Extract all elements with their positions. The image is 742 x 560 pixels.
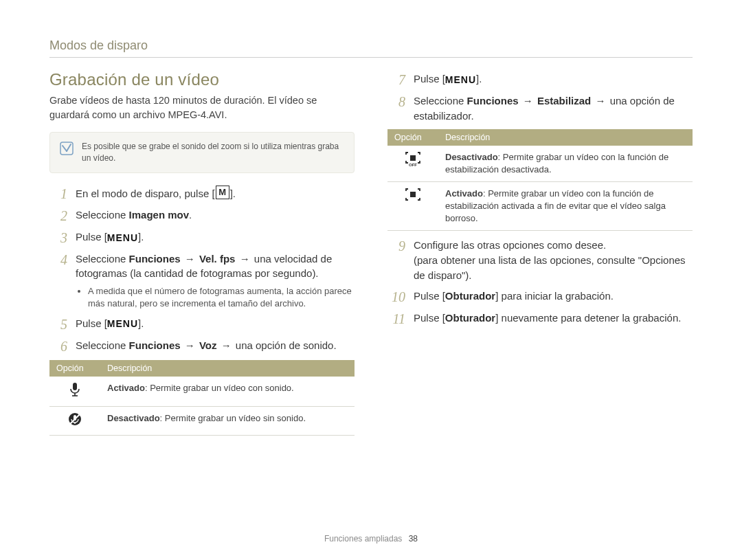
- stabilizer-on-icon: [405, 188, 421, 201]
- step-7: 7 Pulse [MENU].: [387, 71, 693, 88]
- step-text: Seleccione: [76, 253, 129, 265]
- step-number: 1: [49, 186, 67, 202]
- step-3: 3 Pulse [MENU].: [49, 229, 355, 246]
- note-text: Es posible que se grabe el sonido del zo…: [82, 141, 344, 164]
- step-number: 3: [49, 229, 67, 246]
- step-2: 2 Seleccione Imagen mov.: [49, 208, 355, 224]
- mode-m-icon: M: [216, 186, 229, 199]
- bold-text: Imagen mov: [129, 209, 190, 221]
- step-text: ].: [476, 73, 482, 85]
- steps-left: 1 En el modo de disparo, pulse [M]. 2 Se…: [49, 186, 355, 355]
- right-column: 7 Pulse [MENU]. 8 Seleccione Funciones →…: [387, 65, 693, 443]
- note-box: Es posible que se grabe el sonido del zo…: [49, 132, 355, 173]
- bold-text: Obturador: [445, 290, 495, 302]
- step-number: 8: [387, 93, 405, 110]
- table-row: OFF Desactivado: Permite grabar un vídeo…: [387, 146, 693, 182]
- step-number: 9: [387, 238, 405, 254]
- step-text: Configure las otras opciones como desee.: [414, 239, 606, 251]
- step-sub-bullets: A medida que el número de fotogramas aum…: [88, 285, 355, 310]
- svg-rect-3: [73, 383, 77, 390]
- step-1: 1 En el modo de disparo, pulse [M].: [49, 186, 355, 202]
- columns: Grabación de un vídeo Grabe vídeos de ha…: [49, 65, 693, 443]
- bold-text: Desactivado: [445, 152, 498, 162]
- arrow-icon: →: [183, 253, 196, 265]
- table-header-option: Opción: [49, 360, 100, 377]
- bold-text: Desactivado: [107, 413, 160, 423]
- step-number: 4: [49, 251, 67, 268]
- mic-on-icon: [69, 382, 81, 397]
- bold-text: Voz: [199, 339, 217, 351]
- bold-text: Funciones: [467, 95, 519, 107]
- step-text: Pulse [: [76, 317, 107, 329]
- step-5: 5 Pulse [MENU].: [49, 316, 355, 333]
- step-text: Seleccione: [76, 209, 129, 221]
- step-11: 11 Pulse [Obturador] nuevamente para det…: [387, 311, 693, 327]
- step-text: Pulse [: [414, 73, 445, 85]
- stabilizer-off-icon: OFF: [405, 151, 421, 166]
- step-text: una opción de sonido.: [236, 339, 337, 351]
- arrow-icon: →: [521, 95, 535, 107]
- cell-text: : Permite grabar un vídeo con sonido.: [145, 383, 294, 393]
- arrow-icon: →: [594, 95, 607, 107]
- mic-off-icon: [68, 412, 82, 426]
- bold-text: Activado: [107, 383, 145, 393]
- step-number: 6: [49, 338, 67, 355]
- left-column: Grabación de un vídeo Grabe vídeos de ha…: [49, 65, 355, 443]
- step-10: 10 Pulse [Obturador] para iniciar la gra…: [387, 289, 693, 305]
- bold-text: Funciones: [129, 253, 181, 265]
- steps-right-top: 7 Pulse [MENU]. 8 Seleccione Funciones →…: [387, 71, 693, 124]
- svg-line-1: [63, 146, 67, 151]
- table-row: Activado: Permite grabar un vídeo con la…: [387, 181, 693, 231]
- table-header-description: Descripción: [100, 360, 355, 377]
- step-8: 8 Seleccione Funciones → Estabilizad → u…: [387, 93, 693, 124]
- sub-bullet: A medida que el número de fotogramas aum…: [88, 285, 355, 310]
- arrow-icon: →: [183, 339, 196, 351]
- page-footer: Funciones ampliadas 38: [0, 534, 742, 544]
- sound-options-table: Opción Descripción: [49, 360, 355, 436]
- section-divider: [49, 57, 693, 58]
- steps-right-bottom: 9 Configure las otras opciones como dese…: [387, 238, 693, 326]
- intro-paragraph: Grabe vídeos de hasta 120 minutos de dur…: [49, 93, 355, 122]
- cell-text: : Permite grabar un vídeo sin sonido.: [160, 413, 306, 423]
- arrow-icon: →: [220, 339, 233, 351]
- step-number: 10: [387, 289, 405, 305]
- bold-text: Activado: [445, 188, 483, 199]
- note-icon: [60, 142, 74, 155]
- stabilizer-options-table: Opción Descripción OFF: [387, 129, 693, 232]
- section-label: Modos de disparo: [49, 38, 693, 53]
- step-text: Pulse [: [414, 290, 445, 302]
- bold-text: Vel. fps: [199, 253, 236, 265]
- menu-icon: MENU: [445, 73, 476, 87]
- bold-text: Funciones: [129, 339, 181, 351]
- step-text: ].: [138, 231, 144, 243]
- page-title: Grabación de un vídeo: [49, 70, 355, 89]
- step-text: Pulse [: [414, 312, 445, 324]
- step-number: 7: [387, 71, 405, 88]
- step-text: Seleccione: [76, 339, 129, 351]
- step-6: 6 Seleccione Funciones → Voz → una opció…: [49, 338, 355, 355]
- footer-label: Funciones ampliadas: [324, 534, 402, 544]
- step-text: .: [189, 209, 192, 221]
- table-header-option: Opción: [387, 129, 438, 146]
- step-text: ].: [230, 188, 236, 199]
- svg-rect-12: [410, 192, 416, 197]
- step-text: ].: [138, 317, 144, 329]
- step-text: ] para iniciar la grabación.: [495, 290, 614, 302]
- step-number: 11: [387, 311, 405, 327]
- step-number: 2: [49, 208, 67, 224]
- step-9: 9 Configure las otras opciones como dese…: [387, 238, 693, 282]
- step-4: 4 Seleccione Funciones → Vel. fps → una …: [49, 251, 355, 311]
- step-text: Pulse [: [76, 231, 107, 243]
- step-text: En el modo de disparo, pulse [: [76, 188, 215, 199]
- page: Modos de disparo Grabación de un vídeo G…: [0, 0, 742, 560]
- svg-text:OFF: OFF: [409, 163, 417, 166]
- step-subtext: (para obtener una lista de las opciones,…: [414, 254, 686, 281]
- arrow-icon: →: [238, 253, 251, 265]
- table-header-description: Descripción: [438, 129, 693, 146]
- page-number: 38: [409, 534, 418, 544]
- table-row: Desactivado: Permite grabar un vídeo sin…: [49, 406, 355, 435]
- table-row: Activado: Permite grabar un vídeo con so…: [49, 377, 355, 407]
- svg-rect-10: [410, 155, 416, 161]
- menu-icon: MENU: [107, 317, 138, 331]
- svg-line-2: [67, 144, 71, 151]
